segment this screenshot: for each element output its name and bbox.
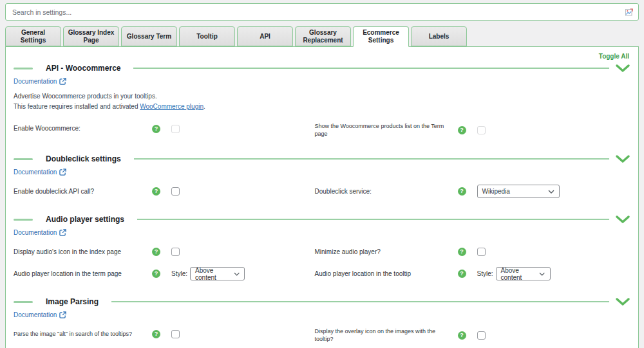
select-chevron-icon	[539, 272, 545, 276]
tab-ecommerce-settings[interactable]: Ecommerce Settings	[353, 26, 409, 47]
help-icon[interactable]: ?	[458, 126, 466, 134]
help-icon[interactable]: ?	[152, 270, 160, 278]
description-line2-suffix: .	[204, 103, 205, 110]
section-line-stub	[14, 158, 33, 160]
external-link-icon	[59, 311, 66, 318]
section-title: Doubleclick settings	[46, 154, 121, 163]
tab-tooltip[interactable]: Tooltip	[179, 26, 235, 46]
doubleclick-service-select[interactable]: Wikipedia	[477, 185, 560, 198]
section-line-stub	[14, 301, 33, 303]
setting-label-enable-woocommerce: Enable Woocommerce:	[14, 124, 152, 133]
tab-glossary-replacement[interactable]: Glossary Replacement	[295, 26, 351, 46]
section-title: API - Woocommerce	[46, 64, 120, 73]
section-line	[133, 68, 609, 69]
external-link-icon	[59, 78, 66, 85]
setting-label-enable-doubleclick: Enable doubleclick API call?	[14, 187, 152, 196]
setting-label-doubleclick-service: Doubleclick service:	[315, 187, 458, 196]
help-icon[interactable]: ?	[152, 187, 160, 196]
help-icon[interactable]: ?	[458, 248, 466, 256]
search-input[interactable]	[5, 3, 639, 21]
display-audio-icon-checkbox[interactable]	[171, 248, 180, 256]
tab-glossary-term[interactable]: Glossary Term	[121, 26, 177, 46]
toggle-all-link[interactable]: Toggle All	[14, 47, 630, 60]
setting-label-audio-location-tooltip: Audio player location in the tooltip	[315, 270, 458, 279]
broken-image-icon[interactable]	[625, 8, 633, 16]
setting-label-audio-location-term-page: Audio player location in the term page	[14, 270, 152, 279]
documentation-label: Documentation	[14, 169, 57, 176]
settings-search-bar	[5, 3, 639, 21]
help-icon[interactable]: ?	[458, 331, 466, 340]
help-icon[interactable]: ?	[152, 125, 160, 133]
chevron-down-icon[interactable]	[615, 154, 630, 164]
style-label: Style:	[477, 270, 493, 277]
documentation-label: Documentation	[14, 229, 57, 236]
section-header-image-parsing: Image Parsing	[14, 297, 630, 307]
help-icon[interactable]: ?	[458, 270, 466, 278]
help-icon[interactable]: ?	[458, 187, 466, 196]
chevron-down-icon[interactable]	[615, 297, 630, 307]
chevron-down-icon[interactable]	[615, 64, 630, 73]
select-value: Above content	[501, 267, 540, 281]
setting-label-display-audio-icon: Display audio's icon in the index page	[14, 248, 152, 257]
section-header-api-woocommerce: API - Woocommerce	[14, 63, 630, 73]
tab-labels[interactable]: Labels	[411, 26, 467, 46]
settings-tab-bar: General Settings Glossary Index Page Glo…	[5, 26, 639, 46]
section-line-stub	[14, 68, 33, 69]
documentation-label: Documentation	[14, 78, 57, 85]
section-title: Image Parsing	[46, 297, 99, 306]
external-link-icon	[59, 229, 66, 236]
setting-label-display-overlay-icon: Display the overlay icon on the images w…	[315, 327, 458, 343]
enable-woocommerce-checkbox[interactable]	[171, 125, 180, 133]
tab-glossary-index-page[interactable]: Glossary Index Page	[63, 26, 119, 46]
section-header-doubleclick: Doubleclick settings	[14, 154, 630, 164]
enable-doubleclick-checkbox[interactable]	[171, 187, 180, 196]
help-icon[interactable]: ?	[152, 330, 160, 338]
tab-general-settings[interactable]: General Settings	[5, 26, 61, 46]
section-line-stub	[14, 219, 33, 221]
audio-location-term-page-select[interactable]: Above content	[190, 267, 245, 280]
display-overlay-icon-checkbox[interactable]	[477, 331, 486, 340]
show-products-list-checkbox[interactable]	[477, 126, 486, 134]
ecommerce-settings-panel: Toggle All API - Woocommerce Documentati…	[5, 46, 639, 348]
documentation-label: Documentation	[14, 311, 57, 318]
external-link-icon	[59, 169, 66, 176]
select-chevron-icon	[234, 272, 240, 276]
section-line	[134, 158, 609, 160]
section-title: Audio player settings	[46, 215, 124, 224]
description-line1: Advertise Woocommerce products in your t…	[14, 93, 157, 100]
section-line	[137, 219, 609, 220]
parse-image-alt-checkbox[interactable]	[171, 330, 180, 338]
help-icon[interactable]: ?	[152, 248, 160, 256]
select-value: Wikipedia	[482, 188, 510, 195]
section-line	[111, 301, 609, 302]
select-value: Above content	[195, 267, 234, 281]
documentation-link[interactable]: Documentation	[14, 229, 66, 236]
select-chevron-icon	[548, 190, 554, 194]
style-label: Style:	[171, 270, 187, 277]
woocommerce-plugin-link[interactable]: WooCommerce plugin	[140, 103, 204, 110]
audio-location-tooltip-select[interactable]: Above content	[496, 267, 551, 280]
section-description: Advertise Woocommerce products in your t…	[14, 91, 630, 112]
setting-label-parse-image-alt: Parse the image "alt" in search of the t…	[14, 330, 152, 338]
setting-label-show-products-list: Show the Woocommerce products list on th…	[315, 122, 458, 138]
minimize-audio-player-checkbox[interactable]	[477, 248, 486, 256]
documentation-link[interactable]: Documentation	[14, 311, 66, 318]
description-line2: This feature requires installed and acti…	[14, 103, 140, 110]
section-header-audio-player: Audio player settings	[14, 214, 630, 224]
setting-label-minimize-audio-player: Minimize audio player?	[315, 248, 458, 257]
documentation-link[interactable]: Documentation	[14, 78, 66, 85]
chevron-down-icon[interactable]	[615, 215, 630, 224]
tab-api[interactable]: API	[237, 26, 293, 46]
documentation-link[interactable]: Documentation	[14, 169, 66, 176]
